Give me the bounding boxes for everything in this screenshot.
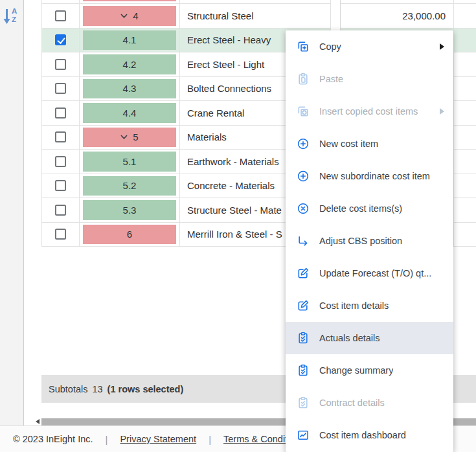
row-checkbox[interactable] xyxy=(55,180,66,191)
checkbox-cell xyxy=(42,77,80,102)
row-checkbox[interactable] xyxy=(55,59,66,70)
cost-code: 4.3 xyxy=(123,83,137,94)
description-cell[interactable]: Structural Steel xyxy=(180,4,331,28)
chevron-down-icon[interactable] xyxy=(120,135,128,139)
menu-item-label: Paste xyxy=(319,74,343,84)
menu-item-label: Delete cost items(s) xyxy=(319,203,402,214)
menu-item-change-summary[interactable]: Change summary xyxy=(286,354,453,387)
left-toolbar: A Z xyxy=(0,0,24,425)
menu-item-contract-details: Contract details xyxy=(286,387,453,419)
menu-item-actuals-details[interactable]: Actuals details xyxy=(286,322,453,354)
next-column-cell xyxy=(454,223,476,247)
row-checkbox[interactable] xyxy=(55,10,66,21)
pane-splitter xyxy=(331,4,341,28)
checkbox-cell xyxy=(42,4,80,28)
menu-item-label: New subordinate cost item xyxy=(319,171,430,181)
next-column-cell xyxy=(454,150,476,174)
plus-circle-icon xyxy=(297,170,310,183)
row-checkbox[interactable] xyxy=(55,156,66,167)
cost-code: 4.1 xyxy=(123,34,137,45)
cost-code-badge[interactable] xyxy=(83,0,176,1)
checkbox-cell xyxy=(42,223,80,247)
menu-item-label: Cost item dashboard xyxy=(319,430,406,440)
paste-icon xyxy=(297,73,310,85)
code-cell: 4.3 xyxy=(80,77,180,102)
code-cell: 4 xyxy=(80,4,180,28)
checkbox-cell xyxy=(42,126,80,150)
rows-selected-text: (1 rows selected) xyxy=(108,384,184,394)
terms-conditions-link[interactable]: Terms & Conditi xyxy=(223,434,289,444)
menu-item-new-subordinate-cost-item[interactable]: New subordinate cost item xyxy=(286,160,453,192)
cost-code-badge[interactable]: 5.3 xyxy=(83,200,176,220)
menu-item-new-cost-item[interactable]: New cost item xyxy=(286,128,453,160)
menu-item-label: Cost item details xyxy=(319,300,389,311)
privacy-statement-link[interactable]: Privacy Statement xyxy=(120,434,196,444)
sort-az-icon[interactable]: A Z xyxy=(3,6,17,25)
menu-item-label: Update Forecast (T/O) qt... xyxy=(319,268,431,278)
cost-code-badge[interactable]: 4.4 xyxy=(83,103,176,123)
menu-item-delete-cost-items-s[interactable]: Delete cost items(s) xyxy=(286,192,453,225)
description-text: Materials xyxy=(187,131,227,142)
cost-code: 5.3 xyxy=(123,205,137,216)
cost-code-badge[interactable]: 5 xyxy=(83,128,176,148)
cbs-cost-items-screen: A Z xyxy=(0,0,476,452)
next-column-cell xyxy=(454,77,476,102)
menu-item-cost-item-details[interactable]: Cost item details xyxy=(286,289,453,322)
row-checkbox[interactable] xyxy=(55,34,66,45)
description-text: Bolted Connections xyxy=(187,83,271,94)
amount-cell[interactable]: 23,000.00 xyxy=(341,4,454,28)
description-text: Erect Steel - Light xyxy=(187,59,264,70)
cost-code-badge[interactable]: 6 xyxy=(83,225,176,245)
menu-item-label: Copy xyxy=(319,41,341,52)
next-column-cell xyxy=(454,4,476,28)
submenu-arrow-icon xyxy=(440,43,444,50)
subtotals-count: 13 xyxy=(92,384,102,394)
cost-code: 4.4 xyxy=(123,107,137,119)
cost-code: 4.2 xyxy=(123,59,137,70)
menu-item-cost-item-dashboard[interactable]: Cost item dashboard xyxy=(286,419,453,451)
clipboard-check-icon xyxy=(297,364,310,377)
menu-item-update-forecast-t-o-qt[interactable]: Update Forecast (T/O) qt... xyxy=(286,257,453,289)
cost-code-badge[interactable]: 4.3 xyxy=(83,79,176,99)
row-checkbox[interactable] xyxy=(55,229,66,240)
cost-code-badge[interactable]: 4 xyxy=(83,6,176,26)
description-text: Structure Steel - Mate xyxy=(187,205,282,216)
next-column-cell xyxy=(454,126,476,150)
menu-item-label: Change summary xyxy=(319,365,393,376)
row-checkbox[interactable] xyxy=(55,131,66,142)
footer-divider: | xyxy=(209,434,211,445)
copyright-text: © 2023 InEight Inc. xyxy=(13,434,93,444)
cost-code: 5.1 xyxy=(123,156,137,167)
chevron-down-icon[interactable] xyxy=(120,14,128,18)
chart-line-icon xyxy=(297,429,310,442)
menu-item-adjust-cbs-position[interactable]: Adjust CBS position xyxy=(286,225,453,257)
footer-divider: | xyxy=(106,434,108,445)
cost-code-badge[interactable]: 5.1 xyxy=(83,152,176,172)
scroll-left-arrow-icon[interactable] xyxy=(36,419,40,424)
checkbox-cell xyxy=(42,28,80,53)
cost-code: 5 xyxy=(133,131,138,142)
menu-item-copy[interactable]: Copy xyxy=(286,30,453,63)
x-circle-icon xyxy=(297,202,310,215)
subtotals-label: Subtotals xyxy=(49,384,87,394)
menu-item-label: Adjust CBS position xyxy=(319,236,402,246)
code-cell: 5 xyxy=(80,126,180,150)
cost-code-badge[interactable]: 4.1 xyxy=(83,30,176,51)
edit-icon xyxy=(297,299,310,312)
row-checkbox[interactable] xyxy=(55,205,66,216)
description-text: Erect Steel - Heavy xyxy=(187,34,271,45)
description-text: Crane Rental xyxy=(187,107,244,119)
code-cell: 5.3 xyxy=(80,198,180,223)
description-text: Earthwork - Materials xyxy=(187,156,279,167)
table-row-4[interactable]: 4 Structural Steel 23,000.00 xyxy=(42,4,476,28)
cost-code-badge[interactable]: 4.2 xyxy=(83,54,176,74)
row-checkbox[interactable] xyxy=(55,107,66,119)
cost-code: 5.2 xyxy=(123,180,137,191)
menu-item-label: Contract details xyxy=(319,398,385,408)
menu-item-label: Insert copied cost items xyxy=(319,106,418,117)
checkbox-cell xyxy=(42,198,80,223)
row-checkbox[interactable] xyxy=(55,83,66,94)
cost-code-badge[interactable]: 5.2 xyxy=(83,176,176,196)
code-cell: 4.1 xyxy=(80,28,180,53)
code-cell: 6 xyxy=(80,223,180,247)
